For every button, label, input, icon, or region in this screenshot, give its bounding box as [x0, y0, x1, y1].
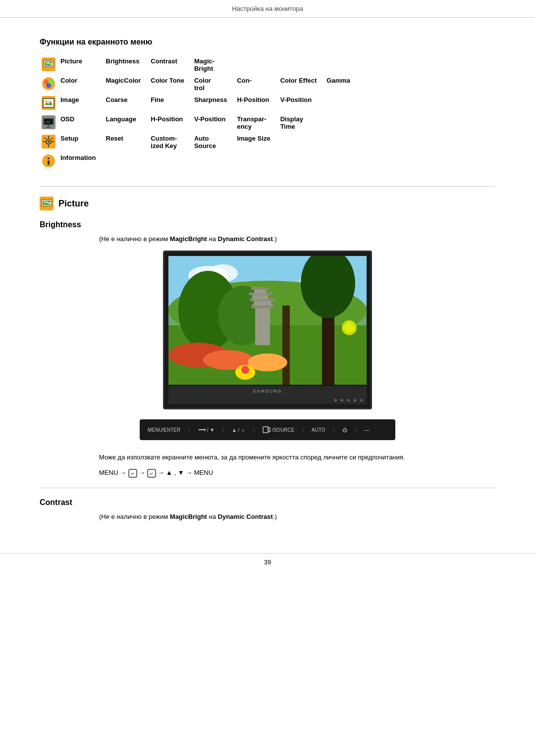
picture-section-header: Picture	[40, 197, 495, 210]
brightness-body-text: Може да използвате екранните менюта, за …	[99, 453, 476, 463]
menu-row-image: Image Coarse Fine Sharpness H-Position V…	[40, 94, 355, 113]
control-panel: MENU/ENTER | / ▼ | ▲ / ☼ | /SOURCE | AUT…	[140, 419, 395, 440]
brightness-note: (Не е налично в режим MagicBright на Dyn…	[99, 235, 495, 243]
osd-icon: OSD	[42, 115, 55, 129]
svg-rect-56	[251, 287, 269, 290]
svg-point-35	[44, 201, 45, 202]
contrast-note: (Не е налично в режим MagicBright на Dyn…	[99, 513, 495, 520]
contrast-title: Contrast	[40, 498, 495, 507]
minus-ctrl-btn: / ▼	[198, 426, 214, 434]
menu-row-color: Color MagicColor Color Tone Colortrol Co…	[40, 75, 355, 94]
svg-rect-67	[268, 428, 270, 432]
power-ctrl-btn: ⏻	[342, 427, 347, 433]
page-header: Настройка на монитора	[0, 0, 535, 18]
brightness-title: Brightness	[40, 220, 495, 229]
svg-text:OSD: OSD	[46, 120, 50, 123]
page-footer: 39	[0, 553, 535, 571]
svg-rect-16	[48, 125, 50, 127]
svg-rect-30	[48, 160, 50, 165]
svg-text:↵: ↵	[131, 471, 135, 476]
svg-point-8	[46, 83, 51, 88]
svg-rect-64	[199, 429, 205, 430]
brightness-section: Brightness (Не е налично в режим MagicBr…	[40, 220, 495, 478]
svg-point-4	[46, 62, 47, 63]
samsung-logo: SAMSUNG	[253, 389, 282, 394]
menu-table: Picture Brightness Contrast Magic-Bright…	[40, 55, 355, 171]
contrast-section: Contrast (Не е налично в режим MagicBrig…	[40, 498, 495, 520]
divider-1	[40, 186, 495, 187]
menu-row-setup: Setup Reset Custom-ized Key AutoSource I…	[40, 133, 355, 152]
hand-cursor: ☞	[288, 438, 298, 451]
source-ctrl-btn: /SOURCE	[263, 426, 295, 434]
divider-2	[40, 488, 495, 488]
svg-rect-24	[43, 141, 45, 142]
menu-row-osd: OSD OSD Language H-Position V-Position T…	[40, 113, 355, 133]
setup-icon	[42, 135, 55, 149]
svg-point-61	[344, 323, 354, 333]
menu-row-picture: Picture Brightness Contrast Magic-Bright	[40, 55, 355, 75]
svg-rect-66	[263, 427, 268, 433]
svg-rect-25	[52, 141, 54, 142]
menu-ctrl-btn: MENU/ENTER	[148, 427, 180, 433]
picture-header-text: Picture	[58, 199, 89, 209]
nature-scene-svg	[168, 256, 367, 385]
svg-point-63	[241, 366, 249, 374]
info-icon	[42, 154, 55, 168]
picture-section-icon	[40, 197, 54, 210]
picture-icon	[42, 57, 55, 71]
svg-rect-22	[48, 136, 49, 138]
svg-rect-17	[46, 127, 52, 128]
image-icon	[42, 96, 55, 110]
menu-row-information: Information	[40, 152, 355, 171]
svg-text:↵: ↵	[150, 471, 154, 476]
page-number: 39	[264, 558, 271, 566]
section-title: Функции на екранното меню	[40, 38, 495, 47]
minus-btn: —	[365, 427, 370, 433]
auto-ctrl-btn: AUTO	[312, 427, 325, 433]
monitor-image-container: SAMSUNG	[40, 251, 495, 409]
enter-icon-2: ↵	[147, 469, 156, 478]
svg-point-12	[45, 101, 47, 102]
svg-rect-49	[255, 305, 270, 345]
monitor-display: SAMSUNG	[163, 251, 372, 409]
color-icon	[42, 77, 55, 91]
svg-point-29	[48, 157, 50, 159]
enter-icon-1: ↵	[128, 469, 137, 478]
svg-marker-65	[205, 428, 206, 432]
header-title: Настройка на монитора	[232, 5, 303, 12]
control-panel-container: MENU/ENTER | / ▼ | ▲ / ☼ | /SOURCE | AUT…	[40, 419, 495, 440]
svg-point-21	[48, 141, 50, 143]
svg-rect-23	[48, 145, 49, 147]
up-ctrl-btn: ▲ / ☼	[232, 427, 245, 433]
brightness-menu-path: MENU → ↵ → ↵ → ▲ , ▼ → MENU	[99, 469, 495, 478]
svg-rect-46	[282, 305, 290, 385]
